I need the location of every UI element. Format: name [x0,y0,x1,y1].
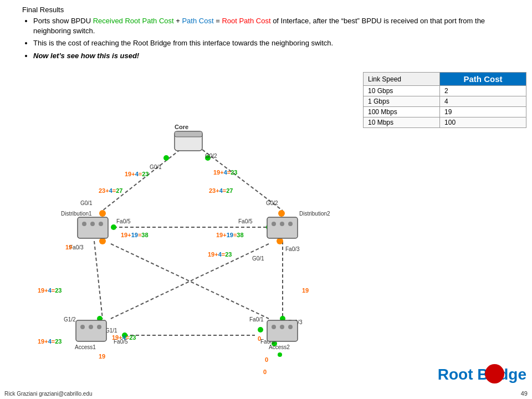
svg-text:G0/1: G0/1 [150,164,162,170]
bullet-1: Ports show BPDU Received Root Path Cost … [33,16,510,36]
svg-point-49 [272,222,276,226]
cost-label-1: 19+4=23 [125,171,149,177]
cost-label-7: 19 [65,244,72,250]
svg-line-4 [111,244,269,319]
svg-point-18 [99,238,106,244]
page-container: Final Results Ports show BPDU Received R… [0,0,532,399]
diagram-svg: G0/1 G0/2 G0/1 G0/2 Fa0/5 Fa0/5 Fa0/3 Fa… [17,103,360,385]
svg-text:Core: Core [175,124,188,130]
svg-point-16 [99,210,106,217]
svg-text:Access1: Access1 [75,344,96,350]
svg-rect-53 [76,320,106,341]
table-row: 10 Gbps 2 [364,86,526,96]
svg-point-8 [163,155,169,161]
svg-point-46 [99,222,103,226]
highlight-red-1: Root Path Cost [222,17,270,25]
svg-line-3 [94,241,103,319]
svg-text:Distribution2: Distribution2 [299,211,330,217]
cost-label-13: 19 [302,287,309,294]
svg-text:Fa0/5: Fa0/5 [116,218,131,224]
svg-point-61 [288,325,293,329]
cost-label-8: 19+4=23 [208,251,232,258]
svg-point-45 [90,222,95,226]
table-header-link-speed: Link Speed [364,73,440,86]
svg-point-50 [280,222,284,226]
svg-point-51 [288,222,293,226]
bullet-3: Now let’s see how this is used! [33,51,510,61]
bullet-2: This is the cost of reaching the Root Br… [33,38,510,48]
cost-label-3: 23+4=27 [99,187,122,194]
table-row: 100 Mbps 19 [364,107,526,117]
svg-rect-41 [175,131,202,137]
highlight-blue-1: Path Cost [182,17,213,25]
page-number: 49 [521,390,528,397]
svg-text:Fa0/5: Fa0/5 [238,218,253,224]
svg-point-10 [111,224,116,230]
svg-text:G0/1: G0/1 [252,255,264,262]
svg-point-24 [278,352,282,357]
cost-label-14: 0 [258,335,261,342]
root-bridge-label: Root Bridge [438,366,526,383]
svg-point-54 [80,325,85,329]
svg-text:Distribution1: Distribution1 [61,211,92,217]
red-circle-indicator [485,364,504,383]
cost-label-9: 19+4=23 [38,287,62,294]
table-cell-speed: 1 Gbps [364,96,440,107]
cost-label-15: 0 [265,356,268,363]
svg-text:G0/2: G0/2 [266,200,278,206]
table-row: 10 Mbps 100 [364,117,526,128]
highlight-green-1: Received Root Path Cost [93,17,174,25]
cost-label-5: 19+19=38 [121,232,149,238]
table-cell-speed: 10 Gbps [364,86,440,96]
cost-label-11: 19+4=23 [112,334,136,341]
cost-label-16: 0 [263,369,267,375]
svg-text:Fa0/1: Fa0/1 [249,316,264,323]
section-title: Final Results [22,6,510,14]
svg-rect-48 [267,217,298,238]
svg-text:Access2: Access2 [269,344,290,350]
footer-author: Rick Graziani graziani@cabrillo.edu [4,391,93,397]
cost-label-6: 19+19=38 [216,232,244,238]
table-cell-cost: 100 [440,117,526,128]
table-header-path-cost: Path Cost [440,73,526,86]
cost-label-12: 19 [99,353,105,360]
table-cell-speed: 10 Mbps [364,117,440,128]
table-cell-cost: 2 [440,86,526,96]
cost-label-10: 19+4=23 [38,338,62,345]
svg-point-17 [278,210,285,217]
cost-label-2: 19+4=23 [213,169,237,176]
svg-point-56 [97,325,101,329]
network-diagram: G0/1 G0/2 G0/1 G0/2 Fa0/5 Fa0/5 Fa0/3 Fa… [17,103,360,385]
svg-point-55 [89,325,93,329]
table-row: 1 Gbps 4 [364,96,526,107]
svg-line-6 [111,244,269,319]
svg-point-60 [280,325,284,329]
svg-text:G1/2: G1/2 [64,316,76,323]
svg-rect-58 [267,320,298,341]
cost-label-4: 23+4=27 [209,187,233,194]
svg-point-59 [272,325,276,329]
svg-point-19 [277,238,283,244]
speed-path-cost-table: Link Speed Path Cost 10 Gbps 2 1 Gbps 4 … [363,72,526,128]
svg-text:G0/1: G0/1 [80,200,93,206]
table-cell-cost: 19 [440,107,526,117]
svg-text:G1/1: G1/1 [105,328,117,334]
text-section: Final Results Ports show BPDU Received R… [0,0,532,66]
svg-text:Fa0/3: Fa0/3 [285,246,300,252]
svg-rect-43 [78,217,108,238]
svg-point-22 [258,327,263,332]
bullet-list: Ports show BPDU Received Root Path Cost … [33,16,510,61]
svg-text:G0/2: G0/2 [205,153,217,159]
table-cell-cost: 4 [440,96,526,107]
table-cell-speed: 100 Mbps [364,107,440,117]
svg-point-44 [82,222,86,226]
